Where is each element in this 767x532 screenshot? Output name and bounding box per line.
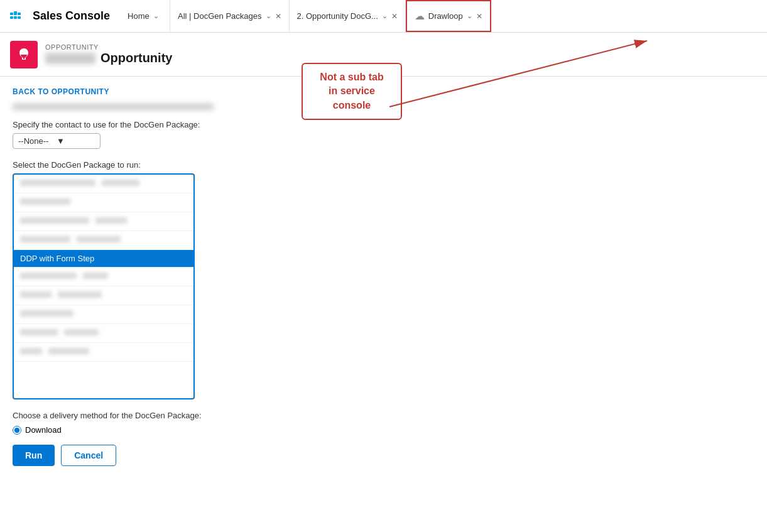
tab-drawloop-close-icon[interactable]: ✕ — [476, 12, 482, 21]
blur-text — [20, 273, 77, 279]
svg-rect-2 — [18, 13, 21, 15]
page-wrapper: Sales Console Home ⌄ All | DocGen Packag… — [0, 0, 767, 532]
tab-docgen[interactable]: All | DocGen Packages ⌄ ✕ — [170, 0, 289, 32]
blur-text — [20, 329, 58, 335]
list-item[interactable] — [14, 193, 193, 212]
contact-select-value: --None-- — [18, 136, 57, 146]
blur-text — [20, 198, 70, 205]
delivery-radio-download[interactable] — [13, 426, 21, 435]
blur-text — [20, 180, 95, 186]
blur-text — [48, 348, 89, 354]
blur-text — [102, 180, 139, 186]
tabs-bar: Home ⌄ All | DocGen Packages ⌄ ✕ 2. Oppo… — [120, 0, 762, 32]
contact-select[interactable]: --None-- ▼ — [13, 133, 101, 149]
tab-docgen-label: All | DocGen Packages — [178, 11, 261, 21]
list-item[interactable] — [14, 286, 193, 305]
delivery-radio-row: Download — [13, 425, 754, 435]
blur-text — [20, 291, 52, 298]
blur-text — [20, 236, 70, 242]
tab-drawloop-chevron-icon[interactable]: ⌄ — [467, 12, 472, 20]
tab-oppdocgen-chevron-icon[interactable]: ⌄ — [382, 12, 388, 20]
back-to-opportunity-link[interactable]: BACK TO OPPORTUNITY — [13, 87, 109, 96]
blur-text — [64, 329, 99, 335]
blur-text — [83, 273, 108, 279]
list-item[interactable] — [14, 231, 193, 250]
svg-rect-3 — [10, 16, 13, 19]
list-item[interactable] — [14, 175, 193, 193]
run-button[interactable]: Run — [13, 445, 55, 466]
list-item-ddp[interactable]: DDP with Form Step — [14, 250, 193, 268]
tab-home-label: Home — [128, 11, 150, 21]
blur-text — [20, 310, 73, 317]
annotation-text: Not a sub tabin serviceconsole — [320, 72, 383, 111]
blur-text — [95, 217, 127, 224]
tab-drawloop-label: Drawloop — [428, 11, 463, 21]
blur-text — [58, 291, 102, 298]
top-nav: Sales Console Home ⌄ All | DocGen Packag… — [0, 0, 767, 33]
opportunity-text: OPPORTUNITY Opportunity — [45, 43, 172, 65]
blur-line-1 — [13, 104, 214, 110]
select-arrow-icon: ▼ — [57, 136, 95, 146]
cancel-button[interactable]: Cancel — [61, 445, 116, 466]
tab-oppdocgen-label: 2. Opportunity DocG... — [297, 11, 378, 21]
opportunity-name-text: Opportunity — [101, 51, 172, 65]
blur-text — [77, 236, 121, 242]
blur-text — [20, 217, 89, 224]
opportunity-name-blur — [45, 53, 95, 64]
list-item[interactable] — [14, 343, 193, 362]
tab-oppdocgen[interactable]: 2. Opportunity DocG... ⌄ ✕ — [290, 0, 406, 32]
svg-rect-5 — [18, 16, 21, 19]
list-item[interactable] — [14, 268, 193, 286]
svg-rect-0 — [10, 13, 13, 15]
list-item[interactable] — [14, 212, 193, 231]
opportunity-label: OPPORTUNITY — [45, 43, 172, 51]
tab-home-chevron-icon[interactable]: ⌄ — [153, 12, 159, 20]
annotation-arrow — [377, 100, 691, 176]
app-name: Sales Console — [33, 9, 110, 23]
tab-home[interactable]: Home ⌄ — [120, 0, 170, 32]
opportunity-icon — [10, 41, 38, 68]
tab-drawloop[interactable]: ☁ Drawloop ⌄ ✕ — [406, 0, 491, 32]
app-launcher-button[interactable] — [5, 5, 28, 28]
annotation-container: Not a sub tabin serviceconsole — [302, 63, 402, 120]
cloud-icon: ☁ — [415, 10, 425, 22]
opportunity-name: Opportunity — [45, 51, 172, 65]
blur-text — [20, 348, 42, 354]
tab-docgen-close-icon[interactable]: ✕ — [275, 12, 281, 21]
docgen-package-list[interactable]: DDP with Form Step — [13, 173, 195, 399]
list-item[interactable] — [14, 324, 193, 343]
delivery-label: Choose a delivery method for the DocGen … — [13, 411, 754, 420]
list-item-label: DDP with Form Step — [20, 254, 94, 263]
button-row: Run Cancel — [13, 445, 754, 466]
svg-rect-4 — [14, 16, 17, 19]
delivery-option-label: Download — [25, 425, 62, 435]
tab-docgen-chevron-icon[interactable]: ⌄ — [266, 12, 271, 20]
svg-rect-1 — [14, 11, 17, 15]
list-item[interactable] — [14, 305, 193, 324]
tab-oppdocgen-close-icon[interactable]: ✕ — [391, 12, 398, 21]
